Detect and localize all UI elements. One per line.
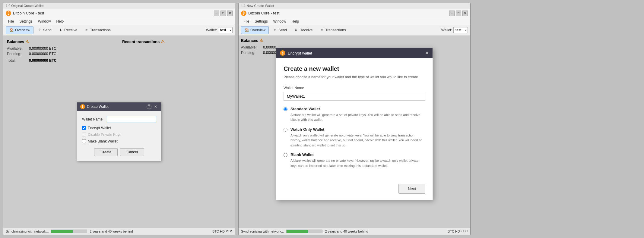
toolbar-receive-right[interactable]: ⬇ Receive [290, 27, 316, 34]
dialog-title: Create Wallet [87, 105, 145, 109]
close-button[interactable]: ✕ [227, 11, 233, 16]
radio-standard-title: Standard Wallet [290, 107, 425, 111]
toolbar: 🏠 Overview ⇧ Send ⬇ Receive ≡ Transactio… [3, 25, 235, 36]
cancel-button[interactable]: Cancel [120, 148, 144, 156]
make-blank-wallet-row: Make Blank Wallet [82, 139, 156, 143]
toolbar-send[interactable]: ⇧ Send [34, 27, 55, 34]
menu-bar: File Settings Window Help [3, 18, 235, 25]
wallet-selector: Wallet: test [206, 27, 233, 33]
progress-bar [51, 230, 87, 233]
content-area-right: Balances ⚠ Available: 0.00000 Pending: 0… [239, 36, 470, 227]
radio-option-watchonly: Watch Only Wallet A watch only wallet wi… [284, 127, 425, 148]
wallet-name-field-input[interactable] [284, 92, 425, 101]
progress-bar-fill-right [287, 230, 308, 233]
radio-watchonly-title: Watch Only Wallet [290, 127, 425, 132]
wallet-name-label: Wallet Name [82, 117, 104, 121]
help-button[interactable]: ? [147, 104, 151, 109]
modal-overlay-right: ₿ Encrypt wallet ✕ Create a new wallet P… [239, 36, 470, 227]
minimize-button-right[interactable]: ─ [449, 11, 455, 16]
create-button[interactable]: Create [94, 148, 118, 156]
encrypt-wallet-checkbox[interactable] [82, 126, 86, 130]
app-title-bar: ₿ Bitcoin Core - test ─ □ ✕ [3, 8, 235, 18]
send-icon: ⇧ [37, 28, 42, 33]
radio-option-blank: Blank Wallet A blank wallet will generat… [284, 152, 425, 168]
window-version-label-right: 1.1 New Create Wallet [239, 3, 470, 8]
disable-private-keys-row: Disable Private Keys [82, 133, 156, 137]
radio-blank-content: Blank Wallet A blank wallet will generat… [290, 152, 425, 168]
radio-standard-content: Standard Wallet A standard wallet will g… [290, 107, 425, 122]
window-version-label: 1.0 Original Create Wallet [3, 3, 235, 8]
wallet-dropdown-wrap[interactable]: test [218, 27, 233, 33]
encrypt-wallet-row: Encrypt Wallet [82, 126, 156, 130]
dialog-new-icon: ₿ [280, 50, 285, 56]
overview-icon: 🏠 [9, 28, 14, 33]
receive-icon-right: ⬇ [293, 28, 298, 33]
menu-file-right[interactable]: File [241, 19, 252, 24]
left-window: 1.0 Original Create Wallet ₿ Bitcoin Cor… [3, 3, 235, 235]
dialog-new-title: Encrypt wallet [288, 51, 423, 55]
wallet-dropdown-wrap-right[interactable]: test [453, 27, 468, 33]
sync-behind-text: 2 years and 40 weeks behind [90, 230, 133, 233]
send-icon-right: ⇧ [272, 28, 277, 33]
radio-watchonly-content: Watch Only Wallet A watch only wallet wi… [290, 127, 425, 148]
close-button-right[interactable]: ✕ [462, 11, 468, 16]
wallet-name-field-label: Wallet Name [284, 86, 425, 90]
dialog-title-bar: ₿ Create Wallet ? ✕ [77, 102, 161, 111]
bitcoin-icon: ₿ [6, 11, 11, 16]
dialog-new-heading: Create a new wallet [284, 65, 425, 72]
app-title-right: Bitcoin Core - test [248, 11, 279, 15]
app-title: Bitcoin Core - test [13, 11, 44, 15]
maximize-button[interactable]: □ [220, 11, 226, 16]
menu-window-right[interactable]: Window [271, 19, 289, 24]
modal-overlay: ₿ Create Wallet ? ✕ Wallet Name Encrypt … [3, 36, 235, 227]
btc-hd-label-right: BTC HD [448, 230, 460, 233]
sync-icon-1: ↺ [226, 229, 229, 233]
wallet-dropdown-right[interactable]: test [453, 27, 468, 33]
radio-blank[interactable] [284, 153, 287, 157]
toolbar-overview[interactable]: 🏠 Overview [6, 26, 33, 34]
transactions-icon-right: ≡ [319, 28, 324, 33]
menu-settings[interactable]: Settings [17, 19, 35, 24]
make-blank-wallet-checkbox[interactable] [82, 139, 86, 143]
toolbar-send-right[interactable]: ⇧ Send [269, 27, 290, 34]
wallet-name-row: Wallet Name [82, 116, 156, 123]
radio-blank-title: Blank Wallet [290, 152, 425, 157]
radio-watchonly[interactable] [284, 128, 287, 132]
title-controls-right: ─ □ ✕ [449, 11, 468, 16]
sync-icon-2-right: ↺ [465, 229, 468, 233]
wallet-dropdown[interactable]: test [218, 27, 233, 33]
status-right: BTC HD ↺ ↺ [212, 229, 233, 233]
menu-help-right[interactable]: Help [289, 19, 301, 24]
status-bar-right: Synchronizing with network... 2 years an… [239, 227, 470, 235]
sync-text: Synchronizing with network... [6, 230, 49, 233]
dialog-new-footer: Next [276, 180, 433, 200]
create-wallet-dialog-new: ₿ Encrypt wallet ✕ Create a new wallet P… [276, 48, 433, 200]
toolbar-transactions[interactable]: ≡ Transactions [81, 27, 113, 34]
menu-file[interactable]: File [6, 19, 16, 24]
radio-standard[interactable] [284, 107, 287, 111]
radio-standard-desc: A standard wallet will generate a set of… [290, 112, 425, 122]
title-controls: ─ □ ✕ [214, 11, 233, 16]
disable-private-keys-checkbox[interactable] [82, 133, 86, 136]
toolbar-right: 🏠 Overview ⇧ Send ⬇ Receive ≡ Transactio… [239, 25, 470, 36]
minimize-button[interactable]: ─ [214, 11, 219, 16]
toolbar-receive[interactable]: ⬇ Receive [55, 27, 80, 34]
maximize-button-right[interactable]: □ [456, 11, 461, 16]
menu-help[interactable]: Help [54, 19, 66, 24]
toolbar-transactions-right[interactable]: ≡ Transactions [316, 27, 349, 34]
menu-window[interactable]: Window [36, 19, 53, 24]
dialog-new-close-button[interactable]: ✕ [425, 51, 429, 55]
toolbar-overview-right[interactable]: 🏠 Overview [241, 26, 269, 34]
dialog-close-button[interactable]: ✕ [153, 104, 158, 109]
content-area: Balances ⚠ Available: 0.00000000 BTC Pen… [3, 36, 235, 227]
menu-settings-right[interactable]: Settings [252, 19, 270, 24]
radio-blank-desc: A blank wallet will generate no private … [290, 158, 425, 168]
dialog-new-subtitle: Please choose a name for your wallet and… [284, 75, 425, 80]
wallet-name-input[interactable] [107, 116, 156, 123]
transactions-icon: ≡ [84, 28, 89, 33]
progress-bar-right [286, 230, 322, 233]
btc-hd-label: BTC HD [212, 230, 225, 233]
sync-icon-2: ↺ [230, 229, 233, 233]
next-button[interactable]: Next [398, 184, 425, 194]
overview-icon-right: 🏠 [244, 28, 249, 33]
